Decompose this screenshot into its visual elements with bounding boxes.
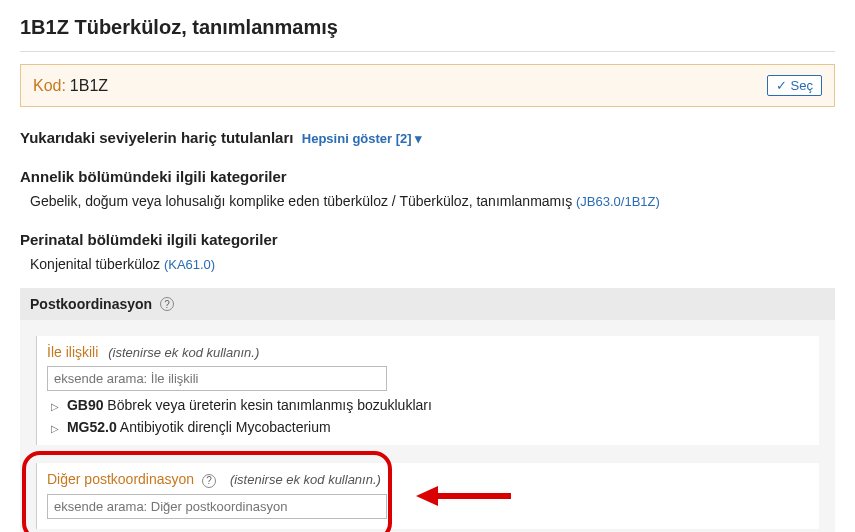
expand-icon[interactable]: ▷ <box>51 423 63 434</box>
help-icon[interactable]: ? <box>202 474 216 488</box>
code-value: 1B1Z <box>70 77 108 94</box>
divider <box>20 51 835 52</box>
help-icon[interactable]: ? <box>160 297 174 311</box>
expand-icon[interactable]: ▷ <box>51 401 63 412</box>
item-code[interactable]: MG52.0 <box>67 419 117 435</box>
postcoord-body: İle ilişkili (istenirse ek kod kullanın.… <box>20 320 835 532</box>
item-code[interactable]: GB90 <box>67 397 104 413</box>
postcoord-header-label: Postkoordinasyon <box>30 296 152 312</box>
list-item: ▷ GB90 Böbrek veya üreterin kesin tanıml… <box>51 397 809 413</box>
other-hint: (istenirse ek kod kullanın.) <box>230 472 381 487</box>
other-postcoord-block: Diğer postkoordinasyon ? (istenirse ek k… <box>36 463 819 529</box>
page-title: 1B1Z Tüberküloz, tanımlanmamış <box>20 16 835 39</box>
associated-block: İle ilişkili (istenirse ek kod kullanın.… <box>36 336 819 445</box>
maternal-link[interactable]: (JB63.0/1B1Z) <box>576 194 660 209</box>
list-item: ▷ MG52.0 Antibiyotik dirençli Mycobacter… <box>51 419 809 435</box>
associated-title: İle ilişkili <box>47 344 98 360</box>
maternal-text: Gebelik, doğum veya lohusalığı komplike … <box>30 193 572 209</box>
item-text[interactable]: Böbrek veya üreterin kesin tanımlanmış b… <box>107 397 431 413</box>
perinatal-link[interactable]: (KA61.0) <box>164 257 215 272</box>
associated-hint: (istenirse ek kod kullanın.) <box>108 345 259 360</box>
perinatal-text: Konjenital tüberküloz <box>30 256 160 272</box>
code-bar: Kod: 1B1Z ✓ Seç <box>20 64 835 107</box>
code-label: Kod: <box>33 77 66 94</box>
postcoord-header: Postkoordinasyon ? <box>20 288 835 320</box>
maternal-header: Annelik bölümündeki ilgili kategoriler <box>20 168 835 185</box>
other-title: Diğer postkoordinasyon <box>47 471 194 487</box>
perinatal-row: Konjenital tüberküloz (KA61.0) <box>30 256 835 272</box>
maternal-row: Gebelik, doğum veya lohusalığı komplike … <box>30 193 835 209</box>
item-text[interactable]: Antibiyotik dirençli Mycobacterium <box>120 419 331 435</box>
show-all-link[interactable]: Hepsini göster [2] ▾ <box>302 131 422 146</box>
exclusions-header: Yukarıdaki seviyelerin hariç tutulanları… <box>20 129 835 146</box>
perinatal-header: Perinatal bölümdeki ilgili kategoriler <box>20 231 835 248</box>
exclusions-label: Yukarıdaki seviyelerin hariç tutulanları <box>20 129 293 146</box>
associated-search-input[interactable] <box>47 366 387 391</box>
other-search-input[interactable] <box>47 494 387 519</box>
select-button[interactable]: ✓ Seç <box>767 75 822 96</box>
